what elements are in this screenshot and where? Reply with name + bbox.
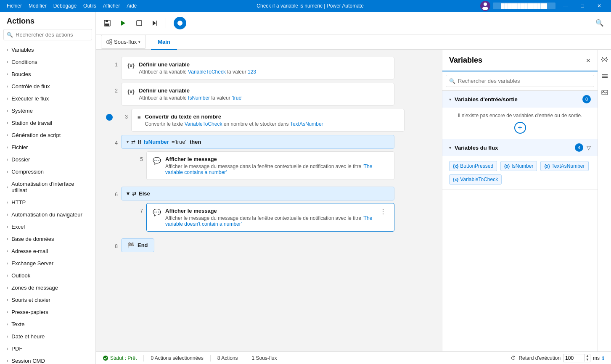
sidebar-item-compression[interactable]: › Compression [0,166,95,178]
sidebar-item-conditions[interactable]: › Conditions [0,56,95,68]
menu-debogage[interactable]: Débogage [50,1,80,11]
sidebar-item-station-travail[interactable]: › Station de travail [0,117,95,129]
end-label: End [138,242,148,248]
list-item[interactable]: {x} ButtonPressed [449,161,497,171]
record-button[interactable] [174,17,186,29]
sidebar-item-adresse-email[interactable]: › Adresse e-mail [0,245,95,257]
sidebar-item-boucles[interactable]: › Boucles [0,68,95,80]
sidebar-item-fichier[interactable]: › Fichier [0,141,95,153]
sidebar-item-presse-papiers[interactable]: › Presse-papiers [0,306,95,318]
image-button[interactable] [599,87,611,99]
sidebar-item-executer-flux[interactable]: › Exécuter le flux [0,92,95,105]
breakpoint-dot [106,114,113,121]
save-button[interactable] [101,17,114,29]
sidebar-item-date-heure[interactable]: › Date et heure [0,330,95,343]
sidebar-item-dossier[interactable]: › Dossier [0,153,95,166]
step-content: Définir une variable Attribuer à la vari… [139,87,388,101]
svg-marker-5 [121,21,125,26]
sous-flux-button[interactable]: Sous-flux ▾ [101,35,146,49]
sidebar-item-zones-message[interactable]: › Zones de message [0,282,95,294]
info-icon[interactable]: ℹ [602,355,604,361]
flow-vars-header[interactable]: ▾ Variables du flux 4 ▽ [442,139,598,156]
stop-button[interactable] [133,17,145,29]
sidebar-item-label: Adresse e-mail [11,248,48,254]
if-body: 5 💬 Afficher le message Afficher le mess… [131,151,394,180]
table-row: 1 {x} Définir une variable Attribuer à l… [106,57,432,79]
sidebar-item-label: Outlook [11,272,30,279]
sidebar-item-variables[interactable]: › Variables [0,44,95,56]
step-card[interactable]: 💬 Afficher le message Afficher le messag… [146,151,394,180]
step-content: Afficher le message Afficher le message … [165,208,374,227]
step-card[interactable]: {x} Définir une variable Attribuer à la … [121,57,394,79]
sidebar-item-label: Contrôle de flux [11,83,50,90]
menu-modifier[interactable]: Modifier [25,1,50,11]
close-variables-button[interactable]: ✕ [586,57,591,64]
list-item[interactable]: {x} TextAsNumber [540,161,588,171]
sidebar-item-label: Date et heure [11,333,45,340]
step-number: 4 [106,135,118,146]
menu-afficher[interactable]: Afficher [100,1,123,11]
svg-rect-14 [602,77,608,78]
variables-panel-toggle[interactable]: {x} [599,53,611,65]
sidebar-item-systeme[interactable]: › Système [0,105,95,117]
close-button[interactable]: ✕ [591,0,608,12]
layers-button[interactable] [599,70,611,82]
minimize-button[interactable]: — [557,0,574,12]
list-item[interactable]: {x} VariableToCheck [449,174,502,185]
sidebar-item-excel[interactable]: › Excel [0,221,95,233]
user-area: ██████████████ [480,1,555,11]
sidebar-item-automatisation-ui[interactable]: › Automatisation d'interface utilisat [0,178,95,196]
delay-area: ⏱ Retard d'exécution ▲ ▼ ms ℹ [511,354,604,362]
delay-decrease[interactable]: ▼ [586,358,589,362]
step-content: Définir une variable Attribuer à la vari… [139,61,388,75]
step-title: Définir une variable [139,87,388,94]
sidebar-item-session-cmd[interactable]: › Session CMD [0,355,95,364]
restore-button[interactable]: □ [574,0,591,12]
else-header[interactable]: ▾ ⇄ Else [121,187,394,200]
sidebar-item-exchange[interactable]: › Exchange Server [0,257,95,269]
sidebar-item-texte[interactable]: › Texte [0,318,95,330]
sidebar-item-outlook[interactable]: › Outlook [0,269,95,282]
sidebar-item-pdf[interactable]: › PDF [0,343,95,355]
if-header[interactable]: ▾ ⇄ If IsNumber ='true' then [121,135,394,149]
filter-button[interactable]: ▽ [587,145,591,151]
menu-fichier[interactable]: Fichier [3,1,25,11]
variables-search-input[interactable] [446,75,594,87]
step-number: 3 [116,109,128,120]
flow-vars-chips: {x} ButtonPressed {x} IsNumber {x} TextA… [442,156,598,190]
table-row: 3 ≡ Convertir du texte en nombre Convert… [106,109,432,132]
empty-text: Il n'existe pas encore de variables d'en… [449,113,591,119]
step-card[interactable]: {x} Définir une variable Attribuer à la … [121,83,394,106]
menu-aide[interactable]: Aide [123,1,140,11]
collapse-icon: ▾ [127,140,129,144]
next-button[interactable] [149,17,161,29]
menu-outils[interactable]: Outils [80,1,100,11]
step-card[interactable]: ≡ Convertir du texte en nombre Convertir… [131,109,405,132]
end-block[interactable]: 🏁 End [121,238,154,252]
variable-icon: {x} [544,164,550,169]
step-actions-button[interactable]: ⋮ [378,208,388,216]
step-card[interactable]: 💬 Afficher le message Afficher le messag… [146,203,394,232]
flow-vars-count: 4 [575,143,583,152]
variable-icon: {x} [453,164,458,169]
sidebar-item-label: Presse-papiers [11,309,48,315]
search-button[interactable]: 🔍 [593,17,606,29]
input-output-header[interactable]: ▾ Variables d'entrée/sortie 0 [442,91,598,108]
sidebar-item-generation-script[interactable]: › Génération de script [0,129,95,141]
add-variable-button[interactable]: + [514,122,526,134]
right-icons-panel: {x} [598,50,611,351]
else-label: Else [139,190,150,197]
sidebar-item-label: Souris et clavier [11,297,50,303]
sidebar-item-souris-clavier[interactable]: › Souris et clavier [0,294,95,306]
play-button[interactable] [117,17,130,29]
search-input[interactable] [3,29,92,40]
svg-rect-13 [602,76,608,76]
sidebar-item-http[interactable]: › HTTP [0,196,95,208]
sidebar-item-controle-flux[interactable]: › Contrôle de flux [0,80,95,92]
sidebar-item-base-donnees[interactable]: › Base de données [0,233,95,245]
delay-input[interactable] [563,354,585,362]
tab-main[interactable]: Main [151,34,177,50]
sidebar-items-list: › Variables › Conditions › Boucles › Con… [0,44,95,364]
list-item[interactable]: {x} IsNumber [500,161,537,171]
sidebar-item-automatisation-nav[interactable]: › Automatisation du navigateur [0,208,95,221]
